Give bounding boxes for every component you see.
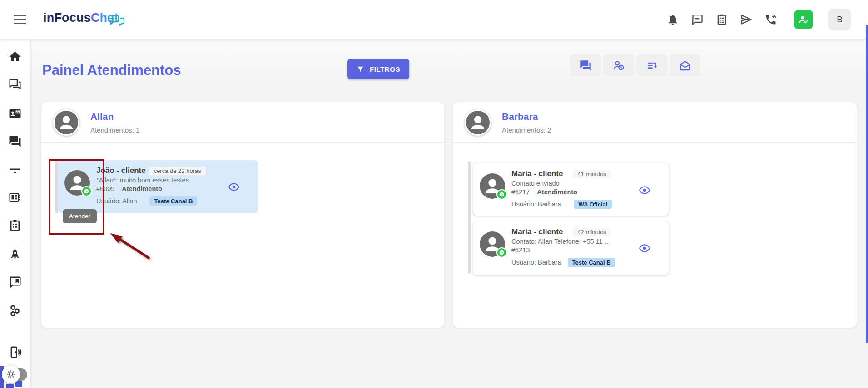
phone-in-talk-icon[interactable] [764, 13, 778, 26]
agent-check-icon[interactable] [794, 10, 813, 29]
queue-arrow-icon[interactable] [636, 54, 667, 76]
ticket-card-joao[interactable]: João - cliente cerca de 22 horas *Allan*… [58, 160, 258, 213]
view-ticket-eye-icon[interactable] [639, 242, 650, 254]
contact-name: Maria - cliente [511, 169, 563, 178]
ticket-status: Atendimento [537, 188, 577, 196]
contact-card-icon[interactable] [8, 106, 22, 121]
hexagons-icon[interactable] [8, 303, 22, 318]
last-message: *Allan*: muito bom esses testes [96, 177, 233, 184]
agent-atendimentos-count: Atendimentos: 1 [90, 126, 139, 134]
ticket-card-maria-6213[interactable]: Maria - cliente 42 minutos Contato: Alla… [473, 221, 669, 275]
last-message: Contato: Allan Telefone: +55 11 … [511, 238, 648, 245]
ticket-time-badge: 42 minutos [573, 228, 611, 236]
bell-icon[interactable] [666, 13, 680, 26]
ticket-user: Usuário: Allan [96, 197, 137, 205]
channel-badge: Teste Canal B [568, 258, 615, 267]
logo-text-infocus: inFocus [43, 11, 91, 25]
rocket-icon[interactable] [8, 247, 22, 262]
agent-header: Barbara Atendimentos: 2 [453, 102, 857, 143]
whatsapp-icon [81, 186, 92, 196]
ticket-id: #6009 [96, 185, 114, 192]
contact-name: Maria - cliente [511, 227, 563, 236]
painel-atendimentos-page: inFocusChat [0, 0, 868, 388]
page-title: Painel Atendimentos [42, 62, 181, 79]
contact-avatar [480, 231, 505, 257]
ticket-user: Usuário: Barbara [511, 259, 561, 266]
contact-avatar [480, 173, 505, 199]
ticket-user: Usuário: Barbara [511, 201, 561, 208]
chat-icon[interactable] [690, 13, 704, 26]
open-mail-icon[interactable] [670, 54, 700, 76]
last-message: Contato enviado [511, 180, 648, 187]
phone-ring-icon[interactable] [8, 345, 22, 359]
ticket-time-badge: cerca de 22 horas [149, 167, 206, 175]
chat-filled-icon[interactable] [8, 134, 22, 149]
agent-name: Barbara [502, 111, 551, 122]
left-sidebar [0, 39, 30, 388]
clipboard-list-icon[interactable] [8, 218, 22, 233]
filter-lines-icon[interactable] [8, 162, 22, 177]
menu-icon[interactable] [14, 13, 28, 26]
channel-badge: Teste Canal B [149, 196, 197, 206]
page-scrollbar[interactable] [866, 25, 868, 343]
ticket-status: Atendimento [122, 185, 162, 192]
agent-panel-allan: Allan Atendimentos: 1 João - cliente [41, 102, 444, 328]
agent-header: Allan Atendimentos: 1 [41, 102, 444, 143]
sun-icon [2, 365, 20, 383]
panel-toolbar [570, 54, 700, 76]
channel-badge: WA Oficial [574, 200, 612, 209]
app-logo: inFocusChat [43, 11, 119, 25]
person-icon [55, 111, 78, 134]
logo-chat-bubbles-icon [108, 15, 126, 26]
list-scrollbar[interactable] [468, 161, 471, 274]
forum-icon[interactable] [8, 78, 22, 92]
clipboard-icon[interactable] [715, 13, 729, 26]
agent-avatar [53, 109, 79, 136]
view-ticket-eye-icon[interactable] [228, 181, 240, 193]
ticket-id: #6213 [511, 246, 530, 254]
ticket-list: João - cliente cerca de 22 horas *Allan*… [41, 143, 444, 327]
contact-name: João - cliente [96, 166, 146, 175]
user-avatar[interactable]: B [828, 9, 851, 30]
filters-button-label: FILTROS [370, 65, 400, 73]
top-navbar: inFocusChat [0, 0, 868, 39]
person-icon [466, 111, 490, 134]
agent-clock-icon[interactable] [603, 54, 634, 76]
contact-avatar [64, 170, 90, 196]
agent-avatar [465, 109, 491, 136]
agent-atendimentos-count: Atendimentos: 2 [502, 126, 551, 134]
theme-toggle[interactable] [5, 368, 27, 381]
ticket-time-badge: 41 minutos [573, 170, 611, 178]
view-ticket-eye-icon[interactable] [639, 184, 650, 196]
send-icon[interactable] [739, 13, 753, 26]
agent-panel-barbara: Barbara Atendimentos: 2 Maria - c [453, 102, 857, 328]
whatsapp-icon [496, 189, 507, 200]
agent-name: Allan [90, 111, 139, 122]
ticket-list: Maria - cliente 41 minutos Contato envia… [453, 143, 857, 327]
filters-button[interactable]: FILTROS [347, 59, 409, 79]
chats-filled-icon[interactable] [570, 54, 601, 76]
funnel-icon [357, 65, 364, 73]
ticket-card-maria-6217[interactable]: Maria - cliente 41 minutos Contato envia… [473, 163, 669, 216]
board-icon[interactable] [8, 190, 22, 205]
home-icon[interactable] [8, 49, 22, 64]
user-avatar-label: B [837, 15, 843, 25]
whatsapp-icon [496, 247, 507, 258]
navbar-actions: B [666, 0, 851, 39]
ticket-id: #6217 [511, 188, 530, 196]
chat-bookmark-icon[interactable] [8, 275, 22, 290]
